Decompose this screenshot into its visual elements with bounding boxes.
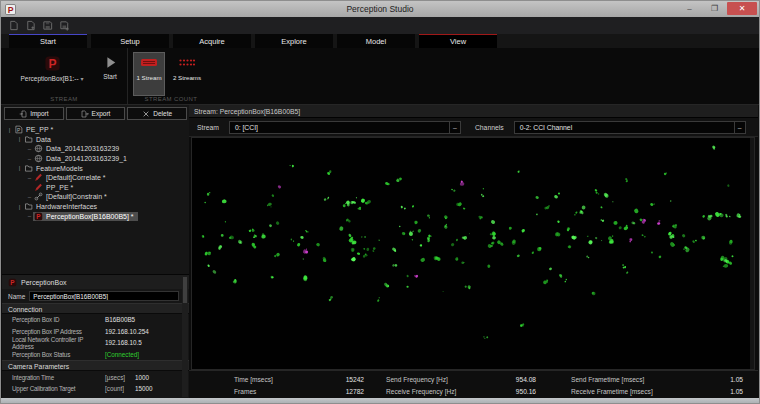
title-bar[interactable]: P Perception Studio – ❐ ✕ [1,1,759,17]
tab-model[interactable]: Model [337,34,415,48]
tab-setup[interactable]: Setup [91,34,169,48]
start-label: Start [103,73,117,80]
property-label: Perception Box Status [12,351,105,358]
window-title: Perception Studio [346,4,413,14]
save-icon[interactable] [42,20,53,31]
name-label: Name [8,293,25,300]
tree-item-label: PerceptionBox[B16B00B5] * [46,213,134,220]
one-stream-icon [140,58,158,67]
properties-scrollbar[interactable] [182,276,188,397]
status-label: Receive Frequency [Hz] [386,388,488,395]
maximize-button[interactable]: ❐ [702,2,727,15]
play-icon [103,55,118,70]
property-value: [Connected] [105,351,139,358]
tree-item-label: PP_PE * [46,184,73,191]
expand-icon[interactable]: | [16,165,23,171]
expand-icon[interactable]: | [6,127,13,133]
export-icon [81,110,89,118]
import-button[interactable]: Import [4,107,64,120]
folder-icon [24,202,33,211]
tree-item[interactable]: –Data_20141203163239_1 [2,154,189,164]
status-label: Receive Frametime [msecs] [571,388,693,395]
dataset-icon [34,154,43,163]
project-icon: P [14,125,23,134]
tree-item[interactable]: |PPE_PP * [2,125,189,135]
perception-box-icon: P [8,278,17,287]
property-value: 192.168.10.5 [105,339,142,346]
status-label: Frames [234,388,324,395]
delete-icon [142,110,150,118]
name-input[interactable] [29,291,179,301]
delete-button[interactable]: Delete [127,107,187,120]
expand-icon[interactable]: | [16,136,23,142]
status-row: Frames12782Receive Frequency [Hz]950.16R… [189,385,758,397]
channels-select[interactable]: 0-2: CCI Channel – [514,121,746,134]
save-as-icon[interactable] [59,20,70,31]
collapse-icon[interactable]: – [26,156,33,162]
viewport-scrollbar[interactable] [750,138,754,369]
collapse-icon[interactable]: – [26,194,33,200]
status-value: 950.16 [488,388,536,395]
tab-acquire[interactable]: Acquire [173,34,251,48]
stream-count-option-1[interactable]: 1 Stream [133,52,165,96]
scrollbar-thumb[interactable] [183,277,187,303]
property-row: Perception Box Status[Connected] [2,349,189,361]
start-stream-button[interactable]: Start [95,53,125,80]
expand-icon[interactable]: | [16,204,23,210]
open-file-icon[interactable] [25,20,36,31]
property-value: 15000 [135,385,153,392]
tab-start[interactable]: Start [9,34,87,48]
collapse-icon[interactable]: – [26,213,33,219]
window-frame-bottom [1,398,759,403]
perception-box-selector[interactable]: P PerceptionBox[B1:-- ▾ [9,53,95,82]
constrain-icon [34,192,43,201]
tree-item[interactable]: |Data [2,135,189,145]
tree-item-label: [Default]Correlate * [46,174,106,181]
tree-item-label: Data_20141203163239 [46,145,119,152]
correlate-icon [34,183,43,192]
export-button[interactable]: Export [66,107,126,120]
section-header: Camera Parameters [2,360,189,371]
new-file-icon[interactable] [8,20,19,31]
stream-group-label: STREAM [1,96,127,102]
project-explorer: ImportExportDelete |PPE_PP *|Data–Data_2… [2,105,189,398]
tree-item[interactable]: |HardwareInterfaces [2,202,189,212]
property-label: Integration Time [12,374,105,381]
stream-count-option-2[interactable]: 2 Streams [171,52,203,96]
property-unit: [µsecs] [105,374,135,381]
collapse-icon[interactable]: – [26,175,33,181]
collapse-icon[interactable]: – [26,146,33,152]
tree-item[interactable]: –[Default]Constrain * [2,192,189,202]
tree-item[interactable]: –PPerceptionBox[B16B00B5] * [2,211,189,221]
property-row: Perception Box IDB16B00B5 [2,314,189,326]
property-value: 192.168.10.254 [105,328,149,335]
stream-viewport[interactable] [191,137,755,370]
close-button[interactable]: ✕ [727,2,757,15]
status-value: 12782 [324,388,364,395]
property-row: Local Network Controller IP Address192.1… [2,337,189,349]
minimize-button[interactable]: – [677,2,702,15]
stream-count-label: 1 Stream [136,74,161,81]
tree-item[interactable]: PP_PE * [2,183,189,193]
tree-item[interactable]: –Data_20141203163239 [2,144,189,154]
status-label: Time [msecs] [234,376,324,383]
property-row: Integration Time[µsecs]1000 [2,371,189,383]
button-label: Export [92,110,111,117]
channels-collapse-button[interactable]: – [734,122,745,133]
status-value: 954.08 [488,376,536,383]
stream-select[interactable]: 0: [CCI] – [229,121,461,134]
tab-explore[interactable]: Explore [255,34,333,48]
import-icon [19,110,27,118]
stream-collapse-button[interactable]: – [449,122,460,133]
dataset-icon [34,144,43,153]
tree-item-label: Data [36,136,51,143]
tree-item[interactable]: |FeatureModels [2,163,189,173]
properties-panel: P PerceptionBox Name ConnectionPerceptio… [2,274,189,398]
tree-item[interactable]: –[Default]Correlate * [2,173,189,183]
ribbon-group-stream: P PerceptionBox[B1:-- ▾ Start STREAM [1,48,128,104]
perception-box-icon: P [34,212,43,221]
app-window: P Perception Studio – ❐ ✕ StartSetupAcqu… [0,0,760,404]
ribbon-tab-bar: StartSetupAcquireExploreModelView [1,34,759,48]
button-label: Delete [153,110,172,117]
tab-view[interactable]: View [419,34,497,48]
